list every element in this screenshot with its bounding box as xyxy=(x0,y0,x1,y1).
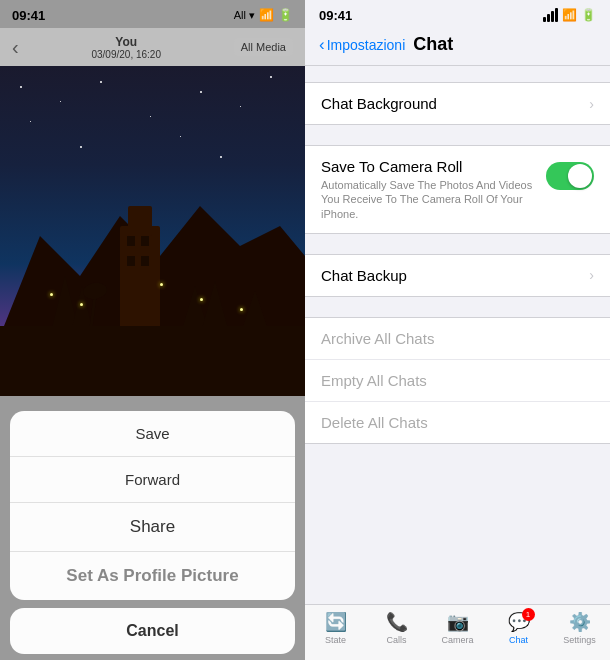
back-arrow-icon[interactable]: ‹ xyxy=(12,36,19,59)
svg-rect-5 xyxy=(127,256,135,266)
tab-bar: 🔄 State 📞 Calls 📷 Camera 💬 1 Chat ⚙️ Set… xyxy=(305,604,610,660)
sender-info: You 03/09/20, 16:20 xyxy=(91,35,161,60)
delete-all-chats-label: Delete All Chats xyxy=(321,414,428,431)
left-time: 09:41 xyxy=(12,8,45,23)
wifi-icon: 📶 xyxy=(259,8,274,22)
delete-all-chats-row[interactable]: Delete All Chats xyxy=(305,402,610,443)
calls-icon: 📞 xyxy=(386,611,408,633)
save-camera-roll-label: Save To Camera Roll xyxy=(321,158,541,175)
cancel-action[interactable]: Cancel xyxy=(10,608,295,654)
star xyxy=(60,101,61,102)
set-profile-action[interactable]: Set As Profile Picture xyxy=(10,552,295,600)
archive-all-chats-row[interactable]: Archive All Chats xyxy=(305,318,610,360)
star xyxy=(220,156,222,158)
svg-rect-3 xyxy=(127,236,135,246)
settings-group-danger: Archive All Chats Empty All Chats Delete… xyxy=(305,317,610,444)
sender-name: You xyxy=(91,35,161,49)
right-time: 09:41 xyxy=(319,8,352,23)
star xyxy=(270,76,272,78)
light-dot xyxy=(50,293,53,296)
left-status-bar: 09:41 All ▾ 📶 🔋 xyxy=(0,0,305,28)
chevron-left-icon: ‹ xyxy=(319,35,325,55)
battery-icon: 🔋 xyxy=(278,8,293,22)
back-label[interactable]: Impostazioni xyxy=(327,37,406,53)
chat-backup-row[interactable]: Chat Backup › xyxy=(305,255,610,296)
settings-gear-icon: ⚙️ xyxy=(569,611,591,633)
right-status-bar: 09:41 📶 🔋 xyxy=(305,0,610,28)
sender-date: 03/09/20, 16:20 xyxy=(91,49,161,60)
tab-calls-label: Calls xyxy=(386,635,406,645)
save-camera-roll-text: Save To Camera Roll Automatically Save T… xyxy=(321,158,541,221)
battery-status-icon: 🔋 xyxy=(581,8,596,22)
light-dot xyxy=(80,303,83,306)
action-sheet-main: Save Forward Share Set As Profile Pictur… xyxy=(10,411,295,600)
save-camera-roll-sublabel: Automatically Save The Photos And Videos… xyxy=(321,178,541,221)
mountain-silhouette xyxy=(0,176,305,336)
star xyxy=(20,86,22,88)
empty-all-chats-row[interactable]: Empty All Chats xyxy=(305,360,610,402)
left-status-icons: All ▾ 📶 🔋 xyxy=(234,8,293,22)
left-header: ‹ You 03/09/20, 16:20 All Media xyxy=(0,28,305,66)
right-header: ‹ Impostazioni Chat xyxy=(305,28,610,66)
tab-camera[interactable]: 📷 Camera xyxy=(427,611,488,656)
all-media-button[interactable]: All Media xyxy=(234,38,293,56)
settings-group-backup: Chat Backup › xyxy=(305,254,610,297)
star xyxy=(80,146,82,148)
tab-state[interactable]: 🔄 State xyxy=(305,611,366,656)
settings-group-background: Chat Background › xyxy=(305,82,610,125)
tab-chat[interactable]: 💬 1 Chat xyxy=(488,611,549,656)
wifi-signal-icon: 📶 xyxy=(562,8,577,22)
state-icon: 🔄 xyxy=(325,611,347,633)
chat-badge-wrapper: 💬 1 xyxy=(508,611,530,633)
chat-badge: 1 xyxy=(522,608,535,621)
left-panel: 09:41 All ▾ 📶 🔋 ‹ You 03/09/20, 16:20 Al… xyxy=(0,0,305,660)
chat-background-row[interactable]: Chat Background › xyxy=(305,83,610,124)
svg-rect-4 xyxy=(141,236,149,246)
star xyxy=(30,121,31,122)
light-dot xyxy=(240,308,243,311)
star xyxy=(180,136,181,137)
signal-bars-icon xyxy=(543,8,558,22)
tab-camera-label: Camera xyxy=(441,635,473,645)
svg-rect-2 xyxy=(128,206,152,236)
chevron-right-icon: › xyxy=(589,96,594,112)
share-action[interactable]: Share xyxy=(10,503,295,552)
svg-rect-1 xyxy=(120,226,160,336)
page-title: Chat xyxy=(413,34,453,55)
foreground xyxy=(0,326,305,396)
star xyxy=(240,106,241,107)
toggle-knob xyxy=(568,164,592,188)
action-sheet: Save Forward Share Set As Profile Pictur… xyxy=(10,411,295,660)
network-label: All ▾ xyxy=(234,9,255,22)
light-dot xyxy=(160,283,163,286)
chat-backup-label: Chat Backup xyxy=(321,267,407,284)
save-action[interactable]: Save xyxy=(10,411,295,457)
save-camera-roll-row[interactable]: Save To Camera Roll Automatically Save T… xyxy=(305,146,610,233)
photo-area xyxy=(0,66,305,396)
light-dot xyxy=(200,298,203,301)
tab-settings[interactable]: ⚙️ Settings xyxy=(549,611,610,656)
right-signal-icons: 📶 🔋 xyxy=(543,8,596,22)
camera-icon: 📷 xyxy=(447,611,469,633)
chevron-right-icon-2: › xyxy=(589,267,594,283)
tab-state-label: State xyxy=(325,635,346,645)
tab-calls[interactable]: 📞 Calls xyxy=(366,611,427,656)
settings-group-camera-roll: Save To Camera Roll Automatically Save T… xyxy=(305,145,610,234)
back-to-settings[interactable]: ‹ Impostazioni xyxy=(319,35,405,55)
empty-all-chats-label: Empty All Chats xyxy=(321,372,427,389)
star xyxy=(150,116,151,117)
archive-all-chats-label: Archive All Chats xyxy=(321,330,434,347)
chat-background-label: Chat Background xyxy=(321,95,437,112)
forward-action[interactable]: Forward xyxy=(10,457,295,503)
tab-settings-label: Settings xyxy=(563,635,596,645)
star xyxy=(100,81,102,83)
right-panel: 09:41 📶 🔋 ‹ Impostazioni Chat Chat Backg… xyxy=(305,0,610,660)
settings-list: Chat Background › Save To Camera Roll Au… xyxy=(305,66,610,604)
tab-chat-label: Chat xyxy=(509,635,528,645)
svg-rect-6 xyxy=(141,256,149,266)
star xyxy=(200,91,202,93)
save-camera-roll-toggle[interactable] xyxy=(546,162,594,190)
